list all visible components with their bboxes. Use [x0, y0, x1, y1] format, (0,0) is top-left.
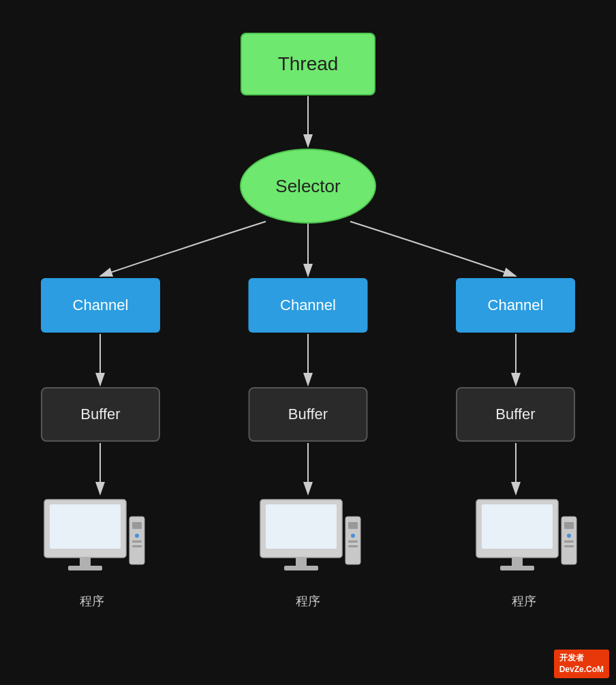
- channel-box-center: Channel: [249, 278, 368, 333]
- svg-rect-35: [564, 545, 574, 547]
- svg-rect-16: [132, 541, 142, 543]
- thread-box: Thread: [241, 33, 375, 95]
- svg-point-15: [135, 534, 139, 538]
- svg-rect-26: [348, 545, 358, 547]
- program-label-center: 程序: [253, 593, 363, 609]
- svg-rect-28: [482, 504, 553, 549]
- channel-box-right: Channel: [456, 278, 575, 333]
- svg-rect-29: [512, 558, 523, 566]
- svg-rect-23: [348, 522, 358, 529]
- svg-rect-25: [348, 541, 358, 543]
- watermark: 开发者 DevZe.CoM: [554, 650, 609, 678]
- svg-rect-11: [80, 558, 91, 566]
- channel-label-left: Channel: [73, 296, 129, 314]
- svg-rect-12: [68, 566, 102, 570]
- computer-center: [253, 496, 363, 578]
- svg-rect-34: [564, 541, 574, 543]
- computer-left: [37, 496, 147, 578]
- arrows-svg: [0, 0, 616, 685]
- svg-rect-20: [296, 558, 307, 566]
- thread-label: Thread: [278, 53, 339, 75]
- buffer-label-center: Buffer: [288, 406, 328, 423]
- svg-rect-10: [50, 504, 121, 549]
- selector-box: Selector: [240, 149, 376, 224]
- svg-rect-30: [500, 566, 534, 570]
- svg-rect-32: [564, 522, 574, 529]
- svg-rect-19: [266, 504, 337, 549]
- computer-right: [469, 496, 579, 578]
- svg-point-33: [567, 534, 571, 538]
- diagram: Thread Selector Channel Channel Channel …: [0, 0, 616, 685]
- buffer-label-left: Buffer: [80, 406, 120, 423]
- program-label-right: 程序: [469, 593, 579, 609]
- selector-label: Selector: [275, 176, 340, 197]
- buffer-box-right: Buffer: [456, 387, 575, 442]
- channel-box-left: Channel: [41, 278, 160, 333]
- buffer-box-center: Buffer: [249, 387, 368, 442]
- program-label-left: 程序: [37, 593, 147, 609]
- svg-point-24: [351, 534, 355, 538]
- channel-label-center: Channel: [280, 296, 336, 314]
- channel-label-right: Channel: [488, 296, 544, 314]
- svg-rect-21: [284, 566, 318, 570]
- buffer-box-left: Buffer: [41, 387, 160, 442]
- svg-rect-14: [132, 522, 142, 529]
- buffer-label-right: Buffer: [495, 406, 535, 423]
- svg-rect-17: [132, 545, 142, 547]
